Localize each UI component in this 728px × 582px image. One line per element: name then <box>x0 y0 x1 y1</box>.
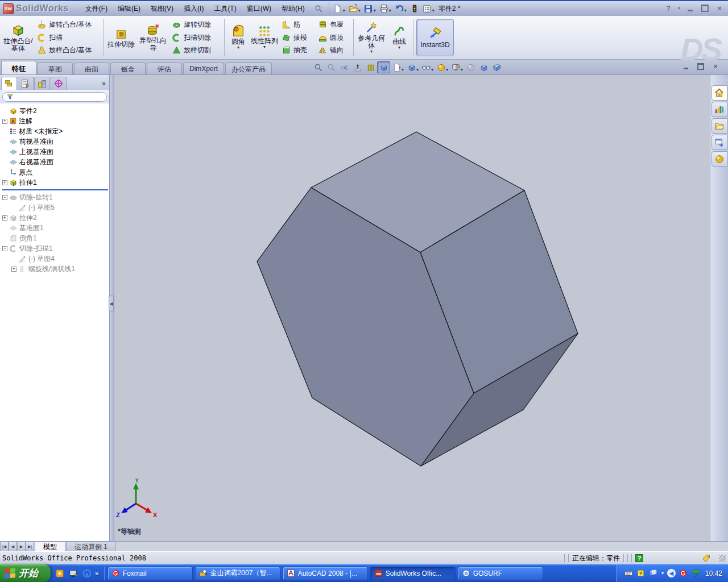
wrap-button[interactable]: 包覆 <box>316 19 350 31</box>
tabs-next-button[interactable]: ▶ <box>17 542 26 551</box>
menu-help[interactable]: 帮助(H) <box>276 2 310 15</box>
scene-dropdown-icon[interactable]: ▾ <box>461 67 463 72</box>
appearance-dropdown-icon[interactable]: ▾ <box>446 67 448 72</box>
design-library-tab[interactable] <box>712 102 727 117</box>
draft-button[interactable]: 拔模 <box>280 32 314 43</box>
curves-dropdown-icon[interactable]: ▾ <box>398 46 400 51</box>
previous-view-icon[interactable] <box>338 61 351 73</box>
start-button[interactable]: 开始 <box>0 564 51 582</box>
drawing-view-dropdown-icon[interactable]: ▾ <box>402 67 404 72</box>
extruded-boss-button[interactable]: 拉伸凸台/基体 <box>2 17 34 58</box>
configuration-manager-tab[interactable] <box>34 77 50 90</box>
display-style-dropdown-icon[interactable]: ▾ <box>416 67 419 72</box>
linear-pattern-button[interactable]: 线性阵列 ▾ <box>250 17 279 58</box>
tree-item-front-plane[interactable]: 前视基准面 <box>1 136 109 147</box>
tray-antivirus-umbrella-icon[interactable] <box>692 569 701 578</box>
tree-item-annotations[interactable]: + 注解 <box>1 116 109 126</box>
menu-file[interactable]: 文件(F) <box>80 2 113 15</box>
tabs-first-button[interactable]: |◀ <box>0 542 9 551</box>
expand-toggle[interactable]: - <box>2 246 7 251</box>
tree-item-cut-sweep1[interactable]: - 切除-扫描1 <box>1 243 109 253</box>
revolved-boss-button[interactable]: 旋转凸台/基体 <box>35 19 100 31</box>
appearances-scenes-tab[interactable] <box>712 151 727 167</box>
tree-item-sketch5[interactable]: (-) 草图5 <box>1 202 109 213</box>
rollback-bar[interactable] <box>2 189 108 190</box>
quick-launch-folder-icon[interactable] <box>68 568 79 579</box>
tab-evaluate[interactable]: 评估 <box>147 63 182 74</box>
expand-toggle[interactable]: + <box>2 180 7 185</box>
menu-view[interactable]: 视图(V) <box>146 2 179 15</box>
taskbar-autocad[interactable]: AutoCAD 2008 - [... <box>283 567 368 580</box>
tab-office-products[interactable]: 办公室产品 <box>225 63 272 74</box>
tree-item-helix1[interactable]: + 螺旋线/涡状线1 <box>1 264 109 274</box>
shaded-view-icon[interactable] <box>477 61 490 73</box>
tray-dropdown-icon[interactable]: ▾ <box>661 571 664 576</box>
menu-window[interactable]: 窗口(W) <box>242 2 276 15</box>
featuremanager-tree-tab[interactable] <box>1 77 17 90</box>
hole-wizard-button[interactable]: 异型孔向导 <box>137 17 169 58</box>
doc-minimize-button[interactable] <box>681 63 690 70</box>
panel-splitter[interactable]: ◀ <box>110 75 114 541</box>
lofted-cut-button[interactable]: 放样切割 <box>170 45 221 56</box>
close-button[interactable]: × <box>714 3 725 13</box>
motion-study-tab[interactable]: 运动算例 1 <box>66 542 116 551</box>
tab-sketch[interactable]: 草图 <box>38 63 73 74</box>
instant3d-button[interactable]: Instant3D <box>416 19 454 56</box>
model-truncated-solid[interactable] <box>114 75 710 541</box>
hide-show-dropdown-icon[interactable]: ▾ <box>431 67 433 72</box>
curves-button[interactable]: 曲线 ▾ <box>387 17 411 58</box>
tab-surfaces[interactable]: 曲面 <box>74 63 109 74</box>
swept-cut-button[interactable]: 扫描切除 <box>170 32 221 43</box>
zoom-to-fit-icon[interactable] <box>312 61 325 73</box>
expand-toggle[interactable]: + <box>2 119 7 124</box>
graphics-viewport[interactable]: Y X Z *等轴测 <box>114 75 710 541</box>
sweep-button[interactable]: 扫描 <box>35 32 100 43</box>
extruded-cut-button[interactable]: 拉伸切除 <box>105 17 137 58</box>
resize-grip[interactable] <box>719 555 726 562</box>
quick-launch-ie-icon[interactable] <box>81 568 93 579</box>
tree-item-cut-revolve1[interactable]: - 切除-旋转1 <box>1 192 109 202</box>
reference-geometry-button[interactable]: 参考几何体 ▾ <box>355 17 387 58</box>
tray-collapse-icon[interactable]: ◀ <box>667 569 676 577</box>
expand-toggle[interactable]: - <box>2 195 7 200</box>
shell-button[interactable]: 抽壳 <box>280 45 314 56</box>
tree-item-origin[interactable]: 原点 <box>1 167 109 177</box>
taskbar-powerword[interactable]: 金山词霸2007（智... <box>195 567 280 580</box>
tree-item-extrude2[interactable]: + 拉伸2 <box>1 213 109 223</box>
view-palette-tab[interactable] <box>712 135 727 150</box>
taskbar-foxmail[interactable]: Foxmail <box>107 567 193 580</box>
taskbar-gosurf[interactable]: G GOSURF <box>458 567 543 580</box>
section-view-icon[interactable] <box>364 61 377 73</box>
dome-button[interactable]: 圆顶 <box>316 32 350 43</box>
help-button[interactable]: ? <box>663 3 673 13</box>
fillet-button[interactable]: 圆角 ▾ <box>226 17 250 58</box>
tray-window-icon[interactable] <box>649 569 658 578</box>
tabs-last-button[interactable]: ▶| <box>26 542 34 551</box>
new-dropdown-icon[interactable]: ▾ <box>343 8 345 13</box>
dimxpert-manager-tab[interactable] <box>51 77 67 90</box>
zoom-to-area-icon[interactable] <box>325 61 338 73</box>
menu-tools[interactable]: 工具(T) <box>209 2 241 15</box>
menu-insert[interactable]: 插入(I) <box>179 2 209 15</box>
refgeo-dropdown-icon[interactable]: ▾ <box>370 50 373 55</box>
property-manager-tab[interactable] <box>18 77 34 90</box>
tree-item-extrude1[interactable]: + 拉伸1 <box>1 177 109 188</box>
taskbar-solidworks[interactable]: SW SolidWorks Offic... <box>370 567 456 580</box>
tree-item-top-plane[interactable]: 上视基准面 <box>1 147 109 157</box>
menu-edit[interactable]: 编辑(E) <box>113 2 146 15</box>
quick-launch-overflow-icon[interactable]: » <box>95 569 99 577</box>
fillet-dropdown-icon[interactable]: ▾ <box>237 46 239 51</box>
tree-filter-input[interactable] <box>2 92 107 102</box>
pattern-dropdown-icon[interactable]: ▾ <box>263 45 266 50</box>
solidworks-resources-tab[interactable] <box>712 85 727 101</box>
doc-restore-button[interactable] <box>696 63 705 70</box>
tab-features[interactable]: 特征 <box>1 61 36 74</box>
tree-item-sketch4[interactable]: (-) 草图4 <box>1 253 109 264</box>
search-icon[interactable] <box>315 5 323 13</box>
revolved-cut-button[interactable]: 旋转切除 <box>170 19 221 31</box>
tag-icon[interactable] <box>701 554 711 563</box>
tree-item-plane1[interactable]: 基准面1 <box>1 223 109 233</box>
model-tab[interactable]: 模型 <box>35 542 65 551</box>
lofted-boss-button[interactable]: 放样凸台/基体 <box>35 45 100 56</box>
panel-overflow-icon[interactable]: » <box>100 80 108 90</box>
